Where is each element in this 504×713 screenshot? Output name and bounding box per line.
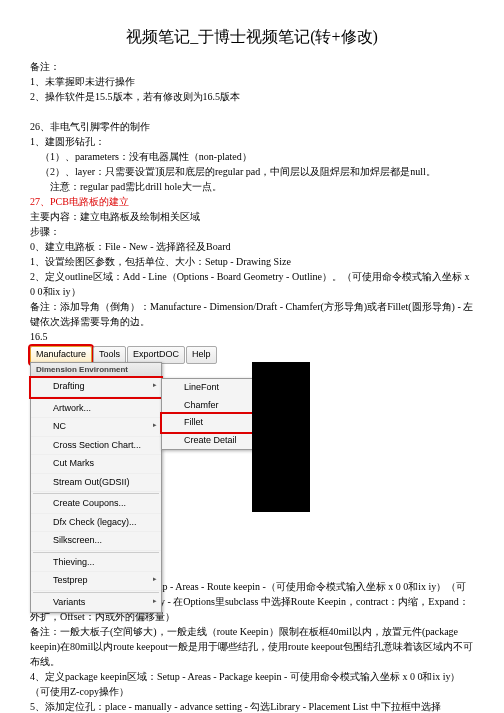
item-silk[interactable]: Silkscreen...: [31, 532, 161, 551]
sub-fillet[interactable]: Fillet: [162, 414, 252, 432]
sec27-l7: 16.5: [30, 329, 474, 344]
sec27-l5: 2、定义outline区域：Add - Line（Options - Board…: [30, 269, 474, 299]
sec27-l1: 主要内容：建立电路板及绘制相关区域: [30, 209, 474, 224]
sec26-l3: （2）、layer：只需要设置顶层和底层的regular pad，中间层以及阻焊…: [30, 164, 474, 179]
submenu: LineFont Chamfer Fillet Create Detail: [161, 378, 253, 450]
item-coupons[interactable]: Create Coupons...: [31, 495, 161, 514]
item-cut[interactable]: Cut Marks: [31, 455, 161, 474]
item-variants[interactable]: Variants: [31, 594, 161, 613]
after-3: 5、添加定位孔：place - manually - advance setti…: [30, 699, 474, 713]
item-artwork[interactable]: Artwork...: [31, 400, 161, 419]
dropdown-header: Dimension Environment: [31, 363, 161, 378]
item-nc[interactable]: NC: [31, 418, 161, 437]
item-cross[interactable]: Cross Section Chart...: [31, 437, 161, 456]
sub-linefont[interactable]: LineFont: [162, 379, 252, 397]
sec26-h: 26、非电气引脚零件的制作: [30, 119, 474, 134]
page-title: 视频笔记_于博士视频笔记(转+修改): [30, 25, 474, 49]
item-drafting[interactable]: Drafting: [31, 378, 161, 397]
sec26-l4: 注意：regular pad需比drill hole大一点。: [30, 179, 474, 194]
canvas-black: [252, 362, 310, 512]
menubar: Manufacture Tools ExportDOC Help: [30, 346, 310, 364]
after-2: 4、定义package keepin区域：Setup - Areas - Pac…: [30, 669, 474, 699]
sec26-l2: （1）、parameters：没有电器属性（non-plated）: [30, 149, 474, 164]
item-dfx[interactable]: Dfx Check (legacy)...: [31, 514, 161, 533]
intro-2: 2、操作软件是15.5版本，若有修改则为16.5版本: [30, 89, 474, 104]
sub-chamfer[interactable]: Chamfer: [162, 397, 252, 415]
dropdown: Dimension Environment Drafting Artwork..…: [30, 362, 162, 613]
sec27-h: 27、PCB电路板的建立: [30, 194, 474, 209]
sec26-l1: 1、建圆形钻孔：: [30, 134, 474, 149]
menu-tools[interactable]: Tools: [93, 346, 126, 364]
sec27-l4: 1、设置绘图区参数，包括单位、大小：Setup - Drawing Size: [30, 254, 474, 269]
item-testprep[interactable]: Testprep: [31, 572, 161, 591]
item-stream[interactable]: Stream Out(GDSII): [31, 474, 161, 493]
sec27-l2: 步骤：: [30, 224, 474, 239]
item-thieving[interactable]: Thieving...: [31, 554, 161, 573]
sec27-l3: 0、建立电路板：File - New - 选择路径及Board: [30, 239, 474, 254]
menu-manufacture[interactable]: Manufacture: [30, 346, 92, 364]
menu-screenshot: Manufacture Tools ExportDOC Help Dimensi…: [30, 346, 310, 546]
after-1: 备注：一般大板子(空间够大)，一般走线（route Keepin）限制在板框40…: [30, 624, 474, 669]
intro-1: 1、未掌握即未进行操作: [30, 74, 474, 89]
sub-create[interactable]: Create Detail: [162, 432, 252, 450]
intro-0: 备注：: [30, 59, 474, 74]
menu-help[interactable]: Help: [186, 346, 217, 364]
sec27-l6: 备注：添加导角（倒角）：Manufacture - Dimension/Draf…: [30, 299, 474, 329]
menu-exportdoc[interactable]: ExportDOC: [127, 346, 185, 364]
